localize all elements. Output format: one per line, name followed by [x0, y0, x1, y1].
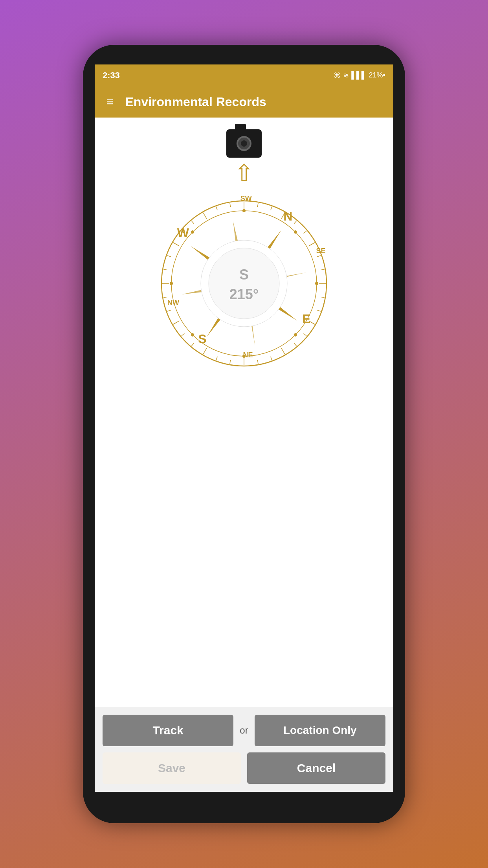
phone-frame: 2:33 ⌘ ≋ ▌▌▌ 21%▪ ≡ Environmental Record…: [83, 45, 405, 823]
svg-line-22: [216, 357, 217, 360]
svg-line-18: [271, 357, 272, 360]
compass-direction-label: S: [239, 267, 249, 283]
svg-line-19: [257, 360, 258, 364]
save-cancel-row: Save Cancel: [103, 752, 385, 784]
svg-text:S: S: [198, 332, 206, 346]
svg-line-13: [317, 310, 321, 311]
svg-line-21: [230, 360, 231, 364]
svg-line-27: [167, 310, 171, 311]
camera-icon[interactable]: [226, 129, 262, 158]
app-bar: ≡ Environmental Records: [95, 86, 393, 118]
phone-screen: 2:33 ⌘ ≋ ▌▌▌ 21%▪ ≡ Environmental Record…: [95, 64, 393, 792]
svg-line-9: [317, 256, 321, 257]
track-button[interactable]: Track: [103, 715, 233, 746]
svg-line-8: [309, 243, 315, 246]
svg-line-6: [294, 221, 296, 224]
svg-point-38: [242, 209, 246, 212]
svg-line-24: [191, 343, 194, 346]
svg-line-3: [257, 203, 258, 207]
bluetooth-icon: ⌘: [334, 71, 341, 80]
svg-line-35: [203, 213, 207, 219]
track-row: Track or Location Only: [103, 715, 385, 746]
status-bar: 2:33 ⌘ ≋ ▌▌▌ 21%▪: [95, 64, 393, 86]
svg-point-44: [170, 282, 173, 285]
svg-line-28: [163, 297, 167, 298]
camera-lens-inner: [241, 140, 247, 147]
or-label: or: [240, 725, 248, 736]
svg-text:SW: SW: [240, 195, 252, 202]
svg-line-32: [173, 243, 180, 246]
status-time: 2:33: [103, 70, 120, 81]
wifi-icon: ≋: [343, 71, 349, 80]
hamburger-icon[interactable]: ≡: [106, 95, 114, 108]
svg-line-17: [281, 348, 285, 355]
svg-point-40: [315, 282, 318, 285]
status-icons: ⌘ ≋ ▌▌▌ 21%▪: [334, 71, 385, 80]
camera-lens: [237, 136, 251, 151]
svg-line-26: [173, 321, 180, 324]
camera-icon-container[interactable]: [226, 129, 262, 158]
svg-line-4: [271, 207, 272, 210]
svg-point-63: [209, 248, 279, 319]
svg-line-15: [304, 333, 307, 336]
svg-line-37: [230, 203, 231, 207]
svg-line-36: [216, 207, 217, 210]
save-button[interactable]: Save: [103, 752, 241, 784]
svg-text:N: N: [283, 209, 292, 223]
svg-text:SE: SE: [316, 247, 325, 255]
location-only-button[interactable]: Location Only: [255, 715, 385, 746]
buttons-area: Track or Location Only Save Cancel: [95, 707, 393, 792]
svg-text:NW: NW: [167, 299, 179, 307]
svg-line-23: [203, 348, 207, 355]
svg-line-10: [321, 269, 325, 270]
compass-svg: N S W E NW NE SW SE: [150, 189, 338, 378]
svg-line-34: [191, 221, 194, 224]
app-title: Environmental Records: [125, 95, 266, 109]
svg-line-30: [163, 269, 167, 270]
signal-icon: ▌▌▌: [351, 71, 366, 79]
svg-line-12: [321, 297, 325, 298]
svg-text:W: W: [177, 226, 189, 240]
main-content: ⇧: [95, 118, 393, 707]
svg-line-25: [182, 333, 185, 336]
svg-text:NE: NE: [243, 351, 253, 359]
compass-container: N S W E NW NE SW SE: [150, 189, 338, 378]
svg-line-31: [167, 256, 171, 257]
battery-icon: 21%▪: [369, 71, 385, 79]
cancel-button[interactable]: Cancel: [247, 752, 385, 784]
up-arrow-icon: ⇧: [234, 162, 254, 185]
svg-line-16: [294, 343, 296, 346]
svg-line-7: [304, 231, 307, 233]
svg-text:E: E: [302, 312, 310, 326]
compass-degrees-label: 215°: [229, 286, 259, 302]
